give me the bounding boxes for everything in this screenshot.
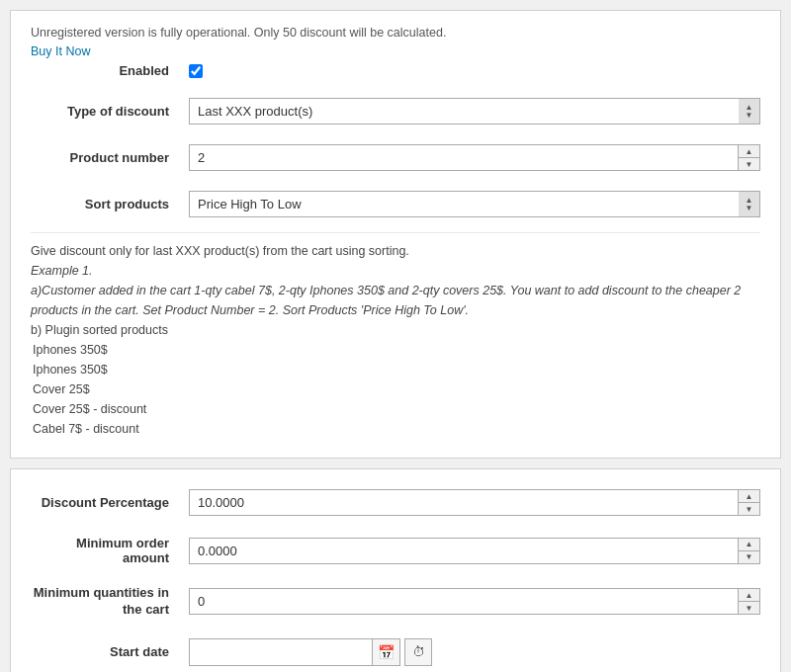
min-qty-down[interactable]: ▼ [739, 601, 759, 614]
product-number-up[interactable]: ▲ [739, 145, 759, 157]
clock-icon: ⏱ [412, 644, 425, 659]
sort-select-wrapper: Price High To Low Price Low To High Name… [189, 191, 760, 217]
discount-pct-label: Discount Percentage [31, 495, 189, 510]
start-date-clock-btn[interactable]: ⏱ [404, 638, 432, 666]
type-label: Type of discount [31, 104, 189, 119]
min-qty-label: Minimum quantities in the cart [31, 585, 189, 619]
enabled-checkbox[interactable] [189, 64, 203, 78]
start-date-control: 📅 ⏱ [189, 638, 760, 666]
min-order-wrap: ▲ ▼ [189, 538, 760, 564]
buy-link[interactable]: Buy It Now [31, 44, 90, 58]
min-order-row: Minimum order amount ▲ ▼ [31, 531, 760, 570]
min-qty-control: ▲ ▼ [189, 588, 760, 615]
min-qty-up[interactable]: ▲ [739, 589, 759, 601]
product-number-label: Product number [31, 150, 189, 165]
sort-label: Sort products [31, 197, 189, 211]
sort-select[interactable]: Price High To Low Price Low To High Name… [189, 191, 760, 217]
start-date-wrap: 📅 ⏱ [189, 638, 432, 666]
product-number-control: ▲ ▼ [189, 144, 760, 171]
discount-pct-wrap: ▲ ▼ [189, 489, 760, 516]
enabled-row: Enabled [31, 58, 760, 83]
discount-pct-spinner: ▲ ▼ [739, 489, 760, 516]
desc-line10: Cabel 7$ - discount [31, 419, 760, 439]
start-date-row: Start date 📅 ⏱ [31, 633, 760, 671]
start-date-calendar-btn[interactable]: 📅 [373, 638, 400, 666]
discount-pct-down[interactable]: ▼ [739, 502, 759, 515]
min-order-up[interactable]: ▲ [739, 539, 759, 550]
product-number-input[interactable] [189, 144, 739, 171]
type-select-wrapper: Last XXX product(s) First XXX product(s)… [189, 98, 760, 125]
desc-line3: a)Customer added in the cart 1-qty cabel… [31, 284, 741, 297]
min-order-input[interactable] [189, 538, 739, 564]
enabled-control [189, 64, 760, 78]
product-number-row: Product number ▲ ▼ [31, 139, 760, 176]
desc-line1: Give discount only for last XXX product(… [31, 244, 409, 258]
min-order-down[interactable]: ▼ [739, 550, 759, 563]
min-qty-wrap: ▲ ▼ [189, 588, 760, 615]
desc-line8: Cover 25$ [31, 379, 760, 399]
calendar-icon: 📅 [378, 644, 395, 660]
desc-line4: products in the cart. Set Product Number… [31, 303, 469, 317]
main-section-1: Unregistered version is fully operationa… [10, 10, 781, 459]
discount-pct-row: Discount Percentage ▲ ▼ [31, 484, 760, 521]
type-select[interactable]: Last XXX product(s) First XXX product(s)… [189, 98, 760, 125]
min-order-label: Minimum order amount [31, 536, 189, 565]
discount-pct-up[interactable]: ▲ [739, 490, 759, 502]
min-order-control: ▲ ▼ [189, 538, 760, 564]
desc-line2: Example 1. [31, 264, 93, 278]
main-section-2: Discount Percentage ▲ ▼ Minimum order am… [10, 468, 781, 672]
notice-message: Unregistered version is fully operationa… [31, 26, 446, 40]
desc-line7: Iphones 350$ [31, 360, 760, 379]
type-control: Last XXX product(s) First XXX product(s)… [189, 98, 760, 125]
sort-control: Price High To Low Price Low To High Name… [189, 191, 760, 217]
min-qty-row: Minimum quantities in the cart ▲ ▼ [31, 580, 760, 624]
discount-pct-input[interactable] [189, 489, 739, 516]
product-number-down[interactable]: ▼ [739, 157, 759, 170]
desc-line9: Cover 25$ - discount [31, 399, 760, 419]
enabled-label: Enabled [31, 63, 189, 78]
desc-line6: Iphones 350$ [31, 340, 760, 360]
min-qty-input[interactable] [189, 588, 739, 615]
type-row: Type of discount Last XXX product(s) Fir… [31, 93, 760, 129]
notice-text: Unregistered version is fully operationa… [31, 26, 760, 40]
product-number-spinner: ▲ ▼ [739, 144, 760, 171]
min-qty-spinner: ▲ ▼ [739, 588, 760, 615]
discount-pct-control: ▲ ▼ [189, 489, 760, 516]
min-qty-label-text: Minimum quantities in the cart [34, 585, 169, 617]
product-number-wrap: ▲ ▼ [189, 144, 760, 171]
description-block: Give discount only for last XXX product(… [31, 232, 760, 443]
sort-row: Sort products Price High To Low Price Lo… [31, 186, 760, 222]
desc-line5: b) Plugin sorted products [31, 323, 168, 337]
start-date-input[interactable] [189, 638, 373, 666]
min-order-spinner: ▲ ▼ [739, 538, 760, 564]
start-date-label: Start date [31, 644, 189, 659]
